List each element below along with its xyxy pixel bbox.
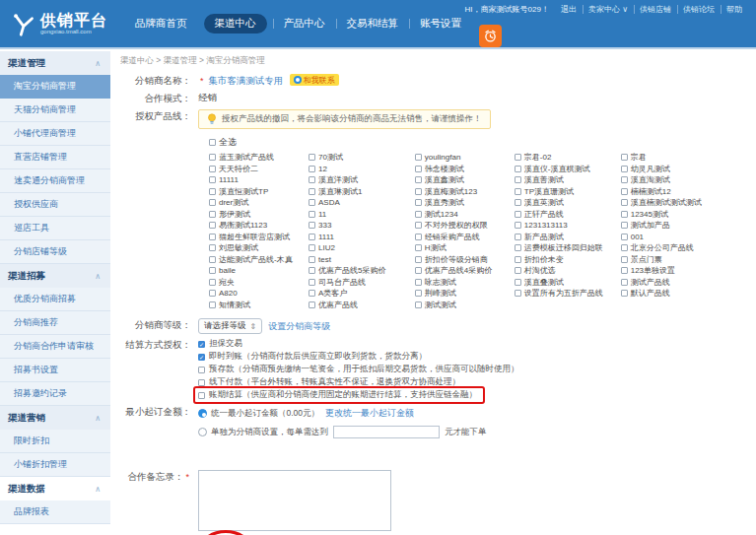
product-line-checkbox[interactable]: 溪直鑫测试: [415, 174, 515, 186]
nav-tab[interactable]: 产品中心: [273, 14, 336, 33]
product-line-checkbox[interactable]: 宗君: [621, 152, 756, 164]
sidebar-group-header[interactable]: 渠道数据∧: [0, 477, 110, 501]
settlement-option[interactable]: ✓担保交易: [198, 338, 242, 350]
sidebar-group-header[interactable]: 渠道招募∧: [0, 264, 110, 288]
nav-tab[interactable]: 交易和结算: [336, 14, 410, 33]
product-line-checkbox[interactable]: 刘思敏测试: [209, 242, 309, 254]
product-line-checkbox[interactable]: 溪直洋测试: [309, 174, 415, 186]
sidebar-item[interactable]: 分销店铺等级: [0, 240, 110, 264]
product-line-checkbox[interactable]: 新产品测试: [515, 232, 621, 243]
notification-alarm-icon[interactable]: [479, 25, 502, 47]
product-line-checkbox[interactable]: 折扣价未变: [515, 254, 621, 266]
product-line-checkbox[interactable]: 测试加产品: [621, 220, 756, 232]
product-line-checkbox[interactable]: 楠楠测试12: [621, 186, 756, 198]
logo[interactable]: 供销平台 gongxiao.tmall.com: [0, 11, 110, 36]
sidebar-item[interactable]: 淘宝分销商管理: [0, 75, 110, 99]
settlement-option[interactable]: 线下付款（平台外转账，转账真实性不保证，退换货双方协商处理）: [198, 376, 460, 388]
product-line-checkbox[interactable]: 天天特价二: [209, 164, 309, 175]
product-line-checkbox[interactable]: 1111: [309, 232, 415, 243]
product-line-checkbox[interactable]: 折扣价等级分销商: [415, 254, 515, 266]
min-order-amount-input[interactable]: [333, 426, 440, 438]
product-line-checkbox[interactable]: ASDA: [309, 197, 415, 209]
product-line-checkbox[interactable]: 123单独设置: [621, 265, 756, 277]
nav-tab[interactable]: 账号设置: [409, 14, 472, 33]
wangwang-contact-badge[interactable]: 和我联系: [290, 74, 339, 86]
product-line-checkbox[interactable]: 12: [309, 164, 415, 175]
product-line-checkbox[interactable]: 溪直淘测试: [621, 174, 756, 186]
product-line-checkbox[interactable]: drer测试: [209, 197, 309, 209]
product-line-checkbox[interactable]: 司马台产品线: [309, 277, 415, 289]
set-grade-link[interactable]: 设置分销商等级: [268, 320, 330, 333]
product-line-checkbox[interactable]: 村淘优选: [515, 265, 621, 277]
product-line-checkbox[interactable]: 70测试: [309, 152, 415, 164]
product-line-checkbox[interactable]: 溪直秀测试: [415, 197, 515, 209]
custom-min-order-radio[interactable]: 单独为分销商设置，每单需达到 元才能下单: [198, 426, 487, 438]
product-line-checkbox[interactable]: 溪直善测试: [515, 174, 621, 186]
sidebar-item[interactable]: 分销商推荐: [0, 311, 110, 335]
product-line-checkbox[interactable]: 幼灵凡测试: [621, 164, 756, 175]
product-line-checkbox[interactable]: A类客户: [309, 288, 415, 300]
sidebar-item[interactable]: 分销商合作申请审核: [0, 335, 110, 359]
user-bar-link[interactable]: 卖家中心 ∨: [583, 4, 634, 15]
select-all-checkbox[interactable]: 全选: [209, 136, 756, 149]
settlement-option[interactable]: 账期结算（供应商和分销商使用固定的账期进行结算，支持供应链金融）: [198, 389, 477, 401]
product-line-checkbox[interactable]: 咏志测试: [415, 277, 515, 289]
product-line-checkbox[interactable]: 333: [309, 220, 415, 232]
product-line-checkbox[interactable]: 达能测试产品线-木真: [209, 254, 309, 266]
product-line-checkbox[interactable]: 优惠产品线: [309, 300, 415, 311]
product-line-checkbox[interactable]: 001: [621, 232, 756, 243]
user-bar-link[interactable]: 供销店铺: [634, 4, 677, 15]
sidebar-item[interactable]: 小铺折扣管理: [0, 453, 110, 477]
sidebar-item[interactable]: 小铺代理商管理: [0, 122, 110, 146]
nav-tab[interactable]: 品牌商首页: [124, 14, 198, 33]
product-line-checkbox[interactable]: 荆峰测试: [415, 288, 515, 300]
product-line-checkbox[interactable]: H测试: [415, 242, 515, 254]
product-line-checkbox[interactable]: 测试测试: [415, 300, 515, 311]
sidebar-item[interactable]: 招募邀约记录: [0, 382, 110, 406]
product-line-checkbox[interactable]: 1231313113: [515, 220, 621, 232]
change-unified-min-order-link[interactable]: 更改统一最小起订金额: [325, 407, 414, 420]
user-bar-link[interactable]: 退出: [555, 4, 583, 15]
sidebar-item[interactable]: 授权供应商: [0, 193, 110, 217]
grade-select[interactable]: 请选择等级 ⇕: [198, 318, 262, 334]
product-line-checkbox[interactable]: 易衡测试1123: [209, 220, 309, 232]
product-line-checkbox[interactable]: youlingfan: [415, 152, 515, 164]
product-line-checkbox[interactable]: 正轩产品线: [515, 209, 621, 221]
unified-min-order-radio[interactable]: 统一最小起订金额（0.00元） 更改统一最小起订金额: [198, 407, 487, 420]
sidebar-group-header[interactable]: 渠道管理∧: [0, 51, 110, 75]
product-line-checkbox[interactable]: test: [309, 254, 415, 266]
user-bar-link[interactable]: 供销论坛: [677, 4, 721, 15]
sidebar-item[interactable]: 天猫分销商管理: [0, 99, 110, 122]
sidebar-item[interactable]: 优质分销商招募: [0, 288, 110, 311]
product-line-checkbox[interactable]: 经销采购产品线: [415, 232, 515, 243]
sidebar-item[interactable]: 招募书设置: [0, 359, 110, 382]
product-line-checkbox[interactable]: TP溪直珊测试: [515, 186, 621, 198]
product-line-checkbox[interactable]: 优惠产品线4采购价: [415, 265, 515, 277]
product-line-checkbox[interactable]: 溪直恒测试TP: [209, 186, 309, 198]
product-line-checkbox[interactable]: 溪直叠测试: [515, 277, 621, 289]
sidebar-item[interactable]: 直营店铺管理: [0, 146, 110, 169]
product-line-checkbox[interactable]: 溪直仪-溪直棋测试: [515, 164, 621, 175]
product-line-checkbox[interactable]: 优惠产品线5采购价: [309, 265, 415, 277]
product-line-checkbox[interactable]: 蓝玉测试产品线: [209, 152, 309, 164]
product-line-checkbox[interactable]: 形伊测试: [209, 209, 309, 221]
sidebar-item[interactable]: 品牌报表: [0, 501, 110, 524]
product-line-checkbox[interactable]: 11: [309, 209, 415, 221]
product-line-checkbox[interactable]: 韩念楼测试: [415, 164, 515, 175]
product-line-checkbox[interactable]: 12345测试: [621, 209, 756, 221]
product-line-checkbox[interactable]: 猫超生鲜联营店测试: [209, 232, 309, 243]
product-line-checkbox[interactable]: baile: [209, 265, 309, 277]
distributor-name-link[interactable]: 集市客满测试专用: [208, 75, 283, 86]
memo-textarea[interactable]: [198, 470, 391, 531]
product-line-checkbox[interactable]: A820: [209, 288, 309, 300]
user-bar-link[interactable]: 帮助: [721, 4, 748, 15]
product-line-checkbox[interactable]: 设置所有为五折产品线: [515, 288, 621, 300]
product-line-checkbox[interactable]: 溪直英测试: [515, 197, 621, 209]
sidebar-item[interactable]: 巡店工具: [0, 217, 110, 240]
product-line-checkbox[interactable]: 宗君-02: [515, 152, 621, 164]
product-line-checkbox[interactable]: 11111: [209, 174, 309, 186]
product-line-checkbox[interactable]: 北京分公司产品线: [621, 242, 756, 254]
sidebar-item[interactable]: 速卖通分销商管理: [0, 169, 110, 193]
sidebar-item[interactable]: 限时折扣: [0, 430, 110, 453]
product-line-checkbox[interactable]: 知情测试: [209, 300, 309, 311]
